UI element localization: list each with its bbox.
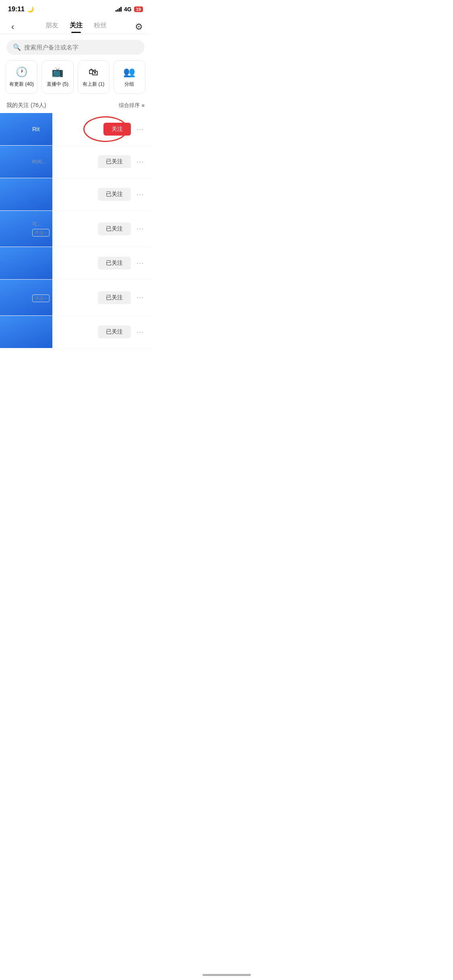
sort-button[interactable]: 综合排序 ≡ <box>119 102 145 109</box>
follow-button-4[interactable]: 已关注 <box>98 222 131 235</box>
user-info-4: 可... 作品 › <box>32 221 98 237</box>
sort-label-text: 综合排序 <box>119 102 140 109</box>
category-updates[interactable]: 🕐 有更新 (40) <box>6 60 37 94</box>
follow-button-5[interactable]: 已关注 <box>98 257 131 270</box>
user-item-4: 可... 作品 › 已关注 ··· <box>0 211 151 247</box>
more-button-7[interactable]: ··· <box>136 328 145 336</box>
user-actions-2: 已关注 ··· <box>98 155 145 168</box>
status-icons: 4G 19 <box>116 6 143 12</box>
follow-button-3[interactable]: 已关注 <box>98 188 131 201</box>
user-actions-1: 关注 ··· <box>103 123 145 136</box>
user-actions-5: 已关注 ··· <box>98 257 145 270</box>
updates-label: 有更新 (40) <box>9 81 34 88</box>
more-button-1[interactable]: ··· <box>136 125 145 134</box>
user-item-6: 作品 › 已关注 ··· <box>0 280 151 316</box>
user-actions-7: 已关注 ··· <box>98 325 145 338</box>
works-tag-6[interactable]: 作品 › <box>32 294 50 302</box>
user-name-1: Rit <box>32 126 103 132</box>
back-button[interactable]: ‹ <box>8 20 17 34</box>
status-time: 19:11 <box>8 6 25 13</box>
section-header: 我的关注 (76人) 综合排序 ≡ <box>0 99 151 113</box>
works-tag-4[interactable]: 作品 › <box>32 229 50 237</box>
sort-icon: ≡ <box>141 103 145 109</box>
more-button-3[interactable]: ··· <box>136 190 145 199</box>
user-list: Rit 关注 ··· 时间... 已关注 ··· <box>0 113 151 348</box>
live-label: 直播中 (5) <box>47 81 68 88</box>
user-item-1: Rit 关注 ··· <box>0 113 151 146</box>
updates-icon: 🕐 <box>16 66 28 78</box>
user-item-2: 时间... 已关注 ··· <box>0 146 151 178</box>
status-bar: 19:11 🌙 4G 19 <box>0 0 151 16</box>
more-button-5[interactable]: ··· <box>136 259 145 268</box>
signal-bars <box>116 7 122 12</box>
user-desc-2: 时间... <box>32 159 98 165</box>
search-icon: 🔍 <box>13 43 21 51</box>
tab-fans[interactable]: 粉丝 <box>94 21 107 33</box>
follow-button-6[interactable]: 已关注 <box>98 291 131 304</box>
user-item-7: 已关注 ··· <box>0 316 151 348</box>
more-button-4[interactable]: ··· <box>136 224 145 233</box>
tab-following[interactable]: 关注 <box>70 21 83 33</box>
user-actions-4: 已关注 ··· <box>98 222 145 235</box>
more-button-6[interactable]: ··· <box>136 293 145 302</box>
follow-button-2[interactable]: 已关注 <box>98 155 131 168</box>
group-label: 分组 <box>124 81 134 88</box>
user-info-2: 时间... <box>32 159 98 165</box>
follow-button-7[interactable]: 已关注 <box>98 325 131 338</box>
user-info-1: Rit <box>32 126 103 133</box>
user-info-6: 作品 › <box>32 293 98 302</box>
new-items-icon: 🛍 <box>89 66 98 78</box>
section-title: 我的关注 (76人) <box>6 102 46 109</box>
moon-icon: 🌙 <box>27 6 34 12</box>
user-actions-6: 已关注 ··· <box>98 291 145 304</box>
settings-button[interactable]: ⚙ <box>135 22 143 32</box>
search-input[interactable] <box>24 44 138 51</box>
search-bar: 🔍 <box>6 40 145 55</box>
user-actions-3: 已关注 ··· <box>98 188 145 201</box>
user-item-3: 已关注 ··· <box>0 178 151 211</box>
more-button-2[interactable]: ··· <box>136 158 145 166</box>
nav-tabs: 朋友 关注 粉丝 <box>46 21 107 33</box>
category-grid: 🕐 有更新 (40) 📺 直播中 (5) 🛍 有上新 (1) 👥 分组 <box>0 60 151 99</box>
category-group[interactable]: 👥 分组 <box>114 60 145 94</box>
user-desc-4: 可... <box>32 221 98 228</box>
live-icon: 📺 <box>52 66 64 78</box>
category-new-items[interactable]: 🛍 有上新 (1) <box>78 60 110 94</box>
nav-divider <box>0 34 151 34</box>
tab-friends[interactable]: 朋友 <box>46 21 58 33</box>
battery-indicator: 19 <box>134 6 143 12</box>
new-items-label: 有上新 (1) <box>83 81 104 88</box>
nav-bar: ‹ 朋友 关注 粉丝 ⚙ <box>0 16 151 34</box>
network-type: 4G <box>124 6 132 12</box>
group-icon: 👥 <box>123 66 135 78</box>
follow-button-1[interactable]: 关注 <box>103 123 131 136</box>
category-live[interactable]: 📺 直播中 (5) <box>41 60 73 94</box>
user-item-5: 已关注 ··· <box>0 247 151 280</box>
